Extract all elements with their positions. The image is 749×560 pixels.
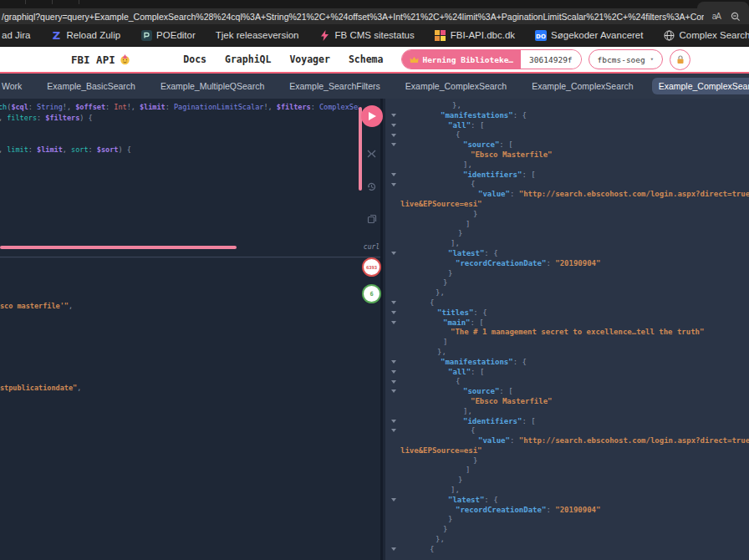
editor-line[interactable]: ch($cql: String!, $offset: Int!, $limit:… <box>0 102 359 113</box>
fbiapi-icon <box>435 29 446 41</box>
json-line: } <box>385 515 749 525</box>
query-tab[interactable]: Example_ComplexSearch <box>525 78 639 94</box>
bookmark-item[interactable]: Tjek releaseversion <box>216 30 299 40</box>
do-icon: DO <box>535 29 547 41</box>
merge-icon[interactable] <box>366 148 377 160</box>
browser-tab[interactable] <box>697 2 749 8</box>
editor-horizontal-scrollbar[interactable] <box>0 246 237 249</box>
json-line: ] <box>385 466 749 476</box>
bookmark-item[interactable]: FB CMS sitestatus <box>319 29 415 41</box>
query-tab[interactable]: Example_ComplexSearch <box>399 78 513 94</box>
json-line: ], <box>385 486 749 496</box>
bookmark-item[interactable]: ad Jira <box>2 30 31 40</box>
json-line: "identifiers": [ <box>385 171 749 181</box>
fold-caret-icon[interactable] <box>391 547 396 551</box>
query-tab-label: Example_BasicSearch <box>47 81 135 91</box>
translate-icon[interactable]: aA <box>712 12 721 21</box>
fold-caret-icon[interactable] <box>391 173 396 176</box>
variables-line[interactable]: stpublicationdate", <box>0 384 81 392</box>
query-tab-label: Example_ComplexSearch <box>405 81 507 91</box>
json-line: "titles": { <box>385 308 749 318</box>
variables-line[interactable]: sco masterfile'", <box>0 302 73 310</box>
json-line: "manifestations": { <box>385 111 749 121</box>
lock-button[interactable] <box>670 49 690 70</box>
copy-icon[interactable] <box>367 213 377 225</box>
fold-caret-icon[interactable] <box>391 183 396 186</box>
query-tab-label: Example_ComplexSearch <box>532 81 633 91</box>
execute-button[interactable] <box>361 105 383 127</box>
url-text[interactable]: /graphiql?query=query+Example_ComplexSea… <box>0 12 704 22</box>
fold-caret-icon[interactable] <box>391 301 396 304</box>
bookmark-label: Reload Zulip <box>67 30 121 40</box>
fold-caret-icon[interactable] <box>391 429 396 432</box>
status-badge-red[interactable]: 6393 <box>362 257 381 277</box>
globe-icon <box>663 29 675 41</box>
url-bar[interactable]: /graphiql?query=query+Example_ComplexSea… <box>0 8 749 24</box>
profile-pill[interactable]: Herning Biblioteke… 30614929f <box>401 49 581 69</box>
variables-editor[interactable]: sco masterfile'",stpublicationdate", <box>0 257 359 560</box>
query-tab[interactable]: Example_SearchFilters <box>283 78 387 94</box>
json-line: "Ebsco Masterfile" <box>385 397 749 407</box>
fold-caret-icon[interactable] <box>391 420 396 423</box>
query-tab[interactable]: Work <box>0 78 28 94</box>
app-logo[interactable]: FBI API <box>71 53 130 66</box>
fold-caret-icon[interactable] <box>391 360 396 364</box>
profile-agency[interactable]: Herning Biblioteke… <box>402 50 521 69</box>
bolt-icon <box>319 29 331 41</box>
crown-icon <box>410 56 419 64</box>
curl-label[interactable]: curl <box>364 243 380 251</box>
client-dropdown[interactable]: fbcms-soeg ▾ <box>588 49 663 69</box>
fold-caret-icon[interactable] <box>391 389 396 393</box>
query-tab[interactable]: Example_ComplexSearch× <box>652 78 749 94</box>
json-line: { <box>385 180 749 190</box>
fold-caret-icon[interactable] <box>391 252 396 255</box>
fold-caret-icon[interactable] <box>391 124 396 127</box>
bookmark-item[interactable]: FBI-API.dbc.dk <box>435 29 515 41</box>
json-line: live&EPSource=esi" <box>385 200 749 210</box>
bookmark-item[interactable]: POEditor <box>140 29 196 41</box>
query-tab-label: Example_SearchFilters <box>289 81 380 91</box>
zoom-out-icon[interactable] <box>731 12 741 22</box>
fold-caret-icon[interactable] <box>391 498 396 501</box>
json-line: { <box>385 130 749 140</box>
editor-line[interactable] <box>0 124 359 135</box>
editor-line[interactable] <box>0 134 359 145</box>
browser-tab-strip <box>0 0 749 8</box>
json-line: "identifiers": [ <box>385 417 749 427</box>
json-line: } <box>385 269 749 279</box>
query-tab[interactable]: Example_MultipleQSearch <box>154 78 271 94</box>
editor-line[interactable]: , limit: $limit, sort: $sort) { <box>0 145 359 155</box>
fold-caret-icon[interactable] <box>391 114 396 117</box>
fold-caret-icon[interactable] <box>391 134 396 137</box>
bookmark-item[interactable]: DOSøgekoder Avanceret <box>535 29 643 41</box>
fold-caret-icon[interactable] <box>391 311 396 314</box>
nav-item-graphiql[interactable]: GraphiQL <box>225 53 289 65</box>
nav-item-schema[interactable]: Schema <box>349 53 402 65</box>
query-editor[interactable]: ch($cql: String!, $offset: Int!, $limit:… <box>0 102 359 155</box>
json-line: } <box>385 210 749 220</box>
status-badge-green[interactable]: 6 <box>362 284 381 303</box>
nav-item-docs[interactable]: Docs <box>183 53 225 65</box>
json-line: "latest": { <box>385 496 749 506</box>
json-line: ] <box>385 338 749 348</box>
json-line: } <box>385 456 749 466</box>
fold-caret-icon[interactable] <box>391 370 396 374</box>
bookmark-item[interactable]: ZReload Zulip <box>51 29 121 41</box>
query-tab[interactable]: Example_BasicSearch <box>40 78 142 94</box>
chevron-down-icon: ▾ <box>650 56 654 63</box>
json-line: } <box>385 476 749 486</box>
profile-id[interactable]: 30614929f <box>521 50 580 69</box>
fold-caret-icon[interactable] <box>391 143 396 146</box>
nav-item-voyager[interactable]: Voyager <box>289 53 348 65</box>
history-icon[interactable] <box>366 181 377 192</box>
json-line: live&EPSource=esi" <box>385 446 749 456</box>
bookmark-item[interactable]: Complex Search do... <box>663 29 749 41</box>
editor-line[interactable]: , filters: $filters) { <box>0 113 359 124</box>
fold-caret-icon[interactable] <box>391 321 396 324</box>
svg-text:DO: DO <box>536 33 546 39</box>
results-json[interactable]: },"manifestations": {"all": [{"source": … <box>385 101 749 555</box>
fold-caret-icon[interactable] <box>391 380 396 384</box>
json-line: ], <box>385 407 749 417</box>
query-tab-label: Work <box>2 81 22 91</box>
app-header: FBI API DocsGraphiQLVoyagerSchema Hernin… <box>0 47 749 72</box>
